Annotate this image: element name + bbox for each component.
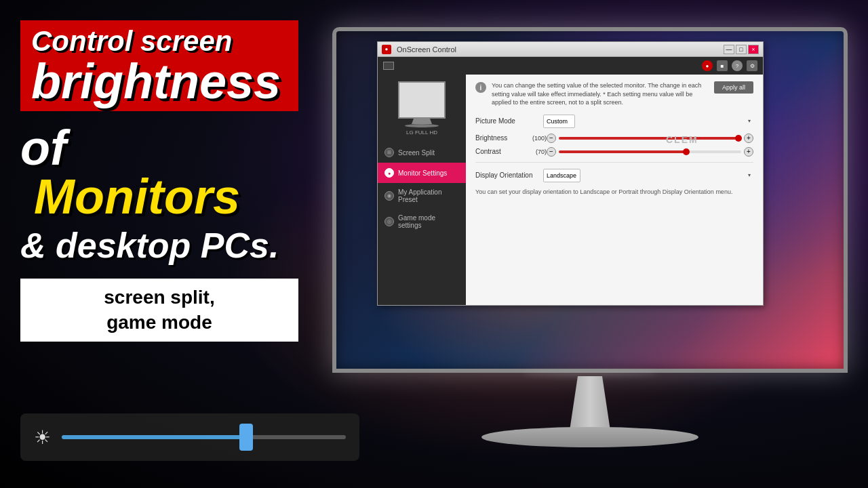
orientation-description: You can set your display orientation to … — [475, 188, 753, 197]
power-icon[interactable]: ● — [702, 60, 713, 71]
osc-content: LG FULL HD ⊞ Screen Split ● Monitor Sett… — [378, 75, 763, 305]
osc-titlebar: ● OnScreen Control — □ × — [378, 42, 763, 57]
picture-mode-select-wrap: Custom Standard Cinema — [543, 114, 753, 128]
game-mode-icon: ◎ — [384, 217, 394, 226]
title-line1: Control screen — [31, 26, 288, 57]
title-block: Control screen brightness — [20, 20, 298, 111]
monitor-preview-box — [398, 81, 446, 119]
divider — [475, 162, 753, 163]
brightness-icon: ☀ — [34, 426, 51, 449]
apply-all-button[interactable]: Apply all — [714, 81, 753, 94]
osc-toolbar: ● ■ ? ⚙ — [378, 57, 763, 75]
brightness-slider-thumb[interactable] — [735, 135, 742, 142]
brightness-minus-button[interactable]: − — [547, 134, 556, 143]
picture-mode-row: Picture Mode Custom Standard Cinema — [475, 114, 753, 128]
display-orientation-select-wrap: Landscape Portrait — [543, 168, 753, 182]
contrast-slider-thumb[interactable] — [683, 148, 690, 155]
sidebar-item-app-preset[interactable]: ◉ My Application Preset — [378, 183, 466, 209]
subtitle-box: screen split,game mode — [20, 279, 298, 342]
screen-split-icon: ⊞ — [384, 148, 394, 157]
brightness-widget: ☀ — [20, 413, 359, 461]
help-icon[interactable]: ? — [732, 60, 743, 71]
clem-label: CLEM — [666, 134, 698, 145]
monitor-settings-icon: ● — [384, 168, 394, 178]
contrast-row: Contrast (70) − + — [475, 147, 753, 157]
osc-app-icon: ● — [382, 45, 391, 54]
monitor-label: LG FULL HD — [406, 129, 437, 136]
osc-title-text: OnScreen Control — [397, 45, 721, 54]
info-bar: i You can change the setting value of th… — [475, 81, 753, 107]
monitor-icon — [383, 62, 394, 70]
osc-sidebar: LG FULL HD ⊞ Screen Split ● Monitor Sett… — [378, 75, 466, 305]
monitors-line: of Monitors — [20, 123, 298, 221]
minimize-button[interactable]: — — [724, 45, 734, 54]
desktop-line: & desktop PCs. — [20, 226, 298, 265]
desktop-text: & desktop PCs. — [20, 226, 279, 265]
title-line2: brightness — [31, 57, 288, 106]
display-orientation-row: Display Orientation Landscape Portrait — [475, 168, 753, 182]
contrast-value: (70) — [523, 148, 547, 155]
contrast-plus-button[interactable]: + — [744, 147, 753, 157]
sidebar-item-screen-split[interactable]: ⊞ Screen Split — [378, 142, 466, 163]
contrast-minus-button[interactable]: − — [547, 147, 556, 157]
info-text: You can change the setting value of the … — [492, 81, 709, 107]
monitor-settings-label: Monitor Settings — [398, 169, 447, 177]
sidebar-item-game-mode[interactable]: ◎ Game mode settings — [378, 209, 466, 235]
picture-mode-select[interactable]: Custom Standard Cinema — [543, 115, 575, 128]
monitor-area: ● OnScreen Control — □ × ● ■ ? ⚙ — [332, 27, 848, 447]
picture-mode-control: Custom Standard Cinema — [543, 114, 753, 128]
monitor-body: ● OnScreen Control — □ × ● ■ ? ⚙ — [332, 27, 848, 373]
display-orientation-label: Display Orientation — [475, 171, 543, 179]
settings-icon[interactable]: ■ — [717, 60, 728, 71]
brightness-plus-button[interactable]: + — [744, 134, 753, 143]
brightness-label: Brightness — [475, 134, 523, 142]
brightness-slider-track[interactable] — [62, 435, 346, 439]
brightness-value: (100) — [523, 135, 547, 142]
monitor-glow — [522, 371, 658, 376]
display-orientation-control: Landscape Portrait — [543, 168, 753, 182]
monitor-thumbnail — [383, 62, 394, 70]
monitors-word: Monitors — [34, 169, 240, 224]
monitor-stand-neck — [570, 376, 610, 430]
of-text: of — [20, 121, 66, 175]
maximize-button[interactable]: □ — [736, 45, 747, 54]
brightness-row: Brightness (100) − + — [475, 134, 753, 143]
info-icon: i — [475, 82, 486, 93]
osc-main-panel: i You can change the setting value of th… — [466, 75, 763, 305]
display-orientation-select[interactable]: Landscape Portrait — [543, 169, 580, 182]
picture-mode-label: Picture Mode — [475, 117, 543, 125]
contrast-label: Contrast — [475, 148, 523, 155]
monitor-stand — [412, 119, 432, 124]
subtitle-text: screen split,game mode — [34, 285, 285, 335]
monitors-text: of Monitors — [20, 121, 240, 224]
monitor-stand-base — [481, 427, 698, 447]
app-preset-icon: ◉ — [384, 191, 394, 201]
monitor-preview: LG FULL HD — [378, 75, 466, 142]
game-mode-label: Game mode settings — [398, 214, 459, 229]
brightness-slider-thumb[interactable] — [239, 424, 253, 451]
osc-window-buttons: — □ × — [724, 45, 759, 54]
monitor-base — [405, 124, 439, 127]
close-button[interactable]: × — [748, 45, 759, 54]
screen-split-label: Screen Split — [398, 149, 435, 157]
osc-window: ● OnScreen Control — □ × ● ■ ? ⚙ — [377, 41, 764, 306]
toolbar-right: ● ■ ? ⚙ — [702, 60, 757, 71]
gear-icon[interactable]: ⚙ — [747, 60, 757, 71]
sidebar-item-monitor-settings[interactable]: ● Monitor Settings — [378, 163, 466, 183]
app-preset-label: My Application Preset — [398, 188, 459, 203]
